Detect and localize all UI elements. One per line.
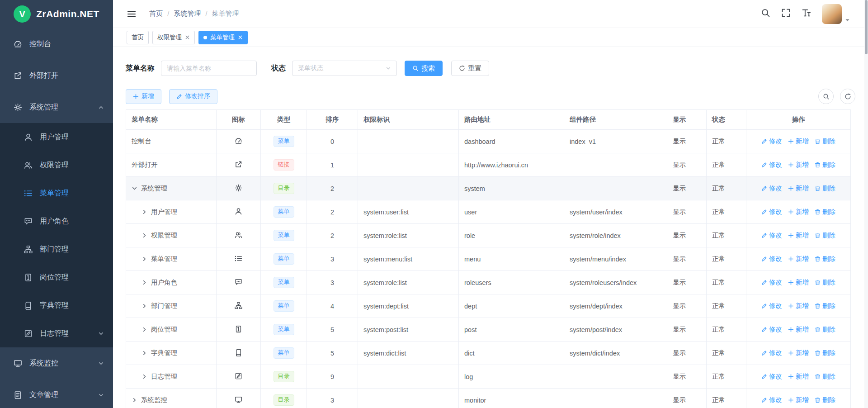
chevron-right-icon[interactable] bbox=[142, 303, 147, 309]
chevron-down-icon[interactable] bbox=[132, 185, 137, 191]
action-label: 修改 bbox=[769, 255, 782, 263]
cell-visible: 显示 bbox=[667, 342, 707, 365]
sidebar-item-dashboard[interactable]: 控制台 bbox=[0, 28, 113, 60]
tab-role[interactable]: 权限管理 bbox=[152, 31, 195, 44]
cell-route-text: dept bbox=[464, 303, 477, 310]
add-action[interactable]: 新增 bbox=[788, 325, 809, 334]
sidebar: V ZrAdmin.NET 控制台外部打开系统管理用户管理权限管理菜单管理用户角… bbox=[0, 0, 113, 408]
hamburger-icon[interactable] bbox=[127, 9, 137, 19]
menu-name-input[interactable] bbox=[161, 61, 257, 76]
edit-action[interactable]: 修改 bbox=[761, 302, 782, 310]
sidebar-item-post[interactable]: 岗位管理 bbox=[0, 263, 113, 291]
delete-action[interactable]: 删除 bbox=[815, 396, 835, 404]
delete-action[interactable]: 删除 bbox=[815, 184, 835, 193]
toolbar-search-button[interactable] bbox=[818, 89, 834, 104]
sidebar-item-external[interactable]: 外部打开 bbox=[0, 60, 113, 91]
sidebar-item-roleusers[interactable]: 用户角色 bbox=[0, 207, 113, 235]
add-button[interactable]: 新增 bbox=[126, 89, 161, 104]
chevron-right-icon[interactable] bbox=[142, 327, 147, 332]
edit-action[interactable]: 修改 bbox=[761, 396, 782, 404]
add-action[interactable]: 新增 bbox=[788, 137, 809, 146]
edit-icon bbox=[761, 397, 767, 403]
cell-sort-text: 5 bbox=[330, 326, 334, 333]
sidebar-item-monitor[interactable]: 系统监控 bbox=[0, 347, 113, 379]
sidebar-item-dict[interactable]: 字典管理 bbox=[0, 291, 113, 319]
status-select[interactable]: 菜单状态 bbox=[292, 61, 397, 76]
delete-icon bbox=[815, 138, 821, 144]
navbar-font-size-button[interactable] bbox=[802, 8, 811, 19]
add-action[interactable]: 新增 bbox=[788, 372, 809, 381]
action-label: 删除 bbox=[822, 278, 835, 287]
edit-action[interactable]: 修改 bbox=[761, 208, 782, 216]
app-logo[interactable]: V ZrAdmin.NET bbox=[0, 0, 113, 28]
delete-action[interactable]: 删除 bbox=[815, 137, 835, 146]
navbar-fullscreen-button[interactable] bbox=[781, 8, 791, 19]
tab-home[interactable]: 首页 bbox=[127, 31, 149, 44]
add-action[interactable]: 新增 bbox=[788, 278, 809, 287]
edit-action[interactable]: 修改 bbox=[761, 161, 782, 169]
delete-action[interactable]: 删除 bbox=[815, 325, 835, 334]
delete-action[interactable]: 删除 bbox=[815, 231, 835, 240]
add-action[interactable]: 新增 bbox=[788, 349, 809, 357]
cell-route: monitor bbox=[459, 389, 564, 408]
cell-route: http://www.izhaorui.cn bbox=[459, 153, 564, 177]
breadcrumb-item[interactable]: 系统管理 bbox=[174, 9, 201, 18]
delete-action[interactable]: 删除 bbox=[815, 372, 835, 381]
add-action[interactable]: 新增 bbox=[788, 184, 809, 193]
delete-action[interactable]: 删除 bbox=[815, 349, 835, 357]
toolbar-refresh-button[interactable] bbox=[840, 89, 855, 104]
add-action[interactable]: 新增 bbox=[788, 302, 809, 310]
delete-action[interactable]: 删除 bbox=[815, 208, 835, 216]
search-button[interactable]: 搜索 bbox=[405, 61, 443, 76]
sidebar-item-dept[interactable]: 部门管理 bbox=[0, 235, 113, 263]
sidebar-item-log[interactable]: 日志管理 bbox=[0, 319, 113, 347]
avatar[interactable] bbox=[822, 4, 842, 24]
cell-menu-name: 控制台 bbox=[126, 130, 217, 153]
navbar-search-button[interactable] bbox=[761, 8, 770, 19]
edit-action[interactable]: 修改 bbox=[761, 349, 782, 357]
column-header-1: 图标 bbox=[217, 110, 261, 130]
scrollbar[interactable] bbox=[864, 0, 868, 408]
chevron-right-icon[interactable] bbox=[142, 280, 147, 285]
add-action[interactable]: 新增 bbox=[788, 396, 809, 404]
edit-action[interactable]: 修改 bbox=[761, 278, 782, 287]
add-action[interactable]: 新增 bbox=[788, 161, 809, 169]
add-action[interactable]: 新增 bbox=[788, 231, 809, 240]
delete-action[interactable]: 删除 bbox=[815, 255, 835, 263]
chevron-right-icon[interactable] bbox=[142, 350, 147, 356]
edit-action[interactable]: 修改 bbox=[761, 137, 782, 146]
edit-action[interactable]: 修改 bbox=[761, 231, 782, 240]
edit-action[interactable]: 修改 bbox=[761, 372, 782, 381]
sidebar-item-system[interactable]: 系统管理 bbox=[0, 91, 113, 123]
edit-action[interactable]: 修改 bbox=[761, 255, 782, 263]
tab-menu[interactable]: 菜单管理 bbox=[198, 31, 248, 44]
sidebar-item-article[interactable]: 文章管理 bbox=[0, 379, 113, 408]
delete-action[interactable]: 删除 bbox=[815, 302, 835, 310]
add-action[interactable]: 新增 bbox=[788, 255, 809, 263]
action-label: 修改 bbox=[769, 396, 782, 404]
user-menu[interactable] bbox=[822, 4, 850, 24]
edit-action[interactable]: 修改 bbox=[761, 325, 782, 334]
sidebar-item-user[interactable]: 用户管理 bbox=[0, 123, 113, 151]
chevron-right-icon[interactable] bbox=[142, 256, 147, 262]
close-icon[interactable] bbox=[185, 35, 190, 40]
type-tag: 菜单 bbox=[274, 300, 294, 311]
reset-button[interactable]: 重置 bbox=[451, 61, 489, 76]
delete-icon bbox=[815, 374, 821, 380]
delete-action[interactable]: 删除 bbox=[815, 278, 835, 287]
edit-action[interactable]: 修改 bbox=[761, 184, 782, 193]
chevron-right-icon[interactable] bbox=[132, 397, 137, 403]
breadcrumb-item[interactable]: 首页 bbox=[149, 9, 163, 18]
chevron-right-icon[interactable] bbox=[142, 209, 147, 215]
add-action[interactable]: 新增 bbox=[788, 208, 809, 216]
sort-button[interactable]: 修改排序 bbox=[169, 89, 217, 104]
chevron-right-icon[interactable] bbox=[142, 374, 147, 380]
close-icon[interactable] bbox=[238, 35, 243, 40]
sidebar-item-menu[interactable]: 菜单管理 bbox=[0, 179, 113, 207]
scrollbar-thumb[interactable] bbox=[865, 0, 868, 54]
chevron-right-icon[interactable] bbox=[142, 232, 147, 238]
cell-visible: 显示 bbox=[667, 318, 707, 342]
sidebar-item-role[interactable]: 权限管理 bbox=[0, 151, 113, 179]
delete-action[interactable]: 删除 bbox=[815, 161, 835, 169]
plus-icon bbox=[788, 162, 794, 168]
